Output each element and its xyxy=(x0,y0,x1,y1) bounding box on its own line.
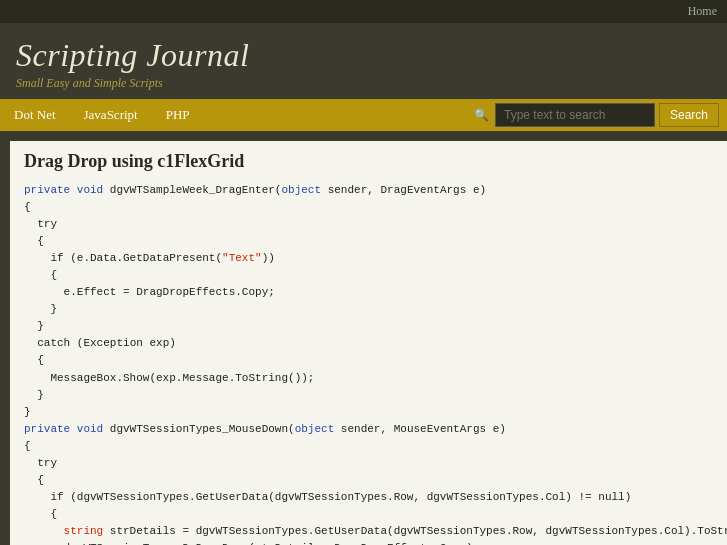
site-title: Scripting Journal xyxy=(16,37,711,74)
nav-bar: Dot NetJavaScriptPHP 🔍 Search xyxy=(0,99,727,131)
home-link[interactable]: Home xyxy=(688,4,717,18)
nav-link-javascript[interactable]: JavaScript xyxy=(70,99,152,131)
post-title: Drag Drop using c1FlexGrid xyxy=(24,151,727,172)
header: Scripting Journal Small Easy and Simple … xyxy=(0,23,727,99)
search-icon: 🔍 xyxy=(474,108,489,123)
search-bar-nav: 🔍 Search xyxy=(466,99,727,131)
site-tagline: Small Easy and Simple Scripts xyxy=(16,76,711,91)
search-button[interactable]: Search xyxy=(659,103,719,127)
nav-link-php[interactable]: PHP xyxy=(152,99,204,131)
top-bar: Home xyxy=(0,0,727,23)
nav-links: Dot NetJavaScriptPHP xyxy=(0,99,204,131)
search-input[interactable] xyxy=(495,103,655,127)
main-layout: Drag Drop using c1FlexGrid private void … xyxy=(0,131,727,545)
content-area: Drag Drop using c1FlexGrid private void … xyxy=(10,141,727,545)
code-block: private void dgvWTSampleWeek_DragEnter(o… xyxy=(24,182,727,545)
nav-link-dot-net[interactable]: Dot Net xyxy=(0,99,70,131)
